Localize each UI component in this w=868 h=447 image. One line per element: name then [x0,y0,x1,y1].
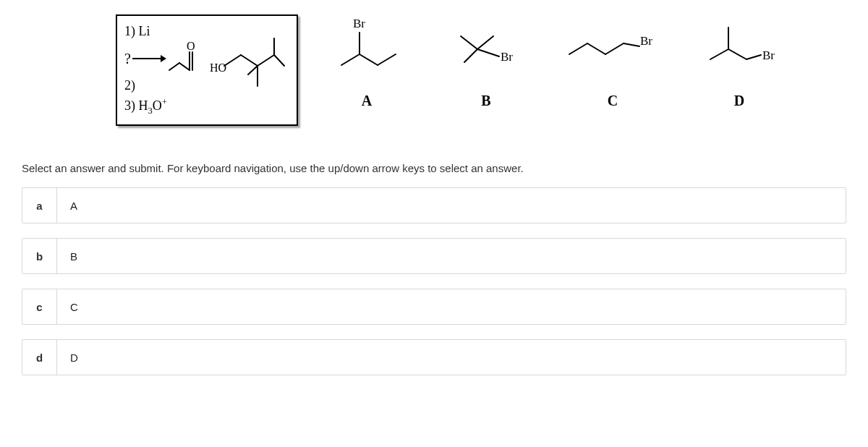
structure-B: Br B [435,14,537,109]
answer-option-a[interactable]: a A [22,187,846,224]
reaction-box: 1) Li ? O [116,14,298,126]
structure-D: Br D [689,14,790,109]
svg-line-13 [341,54,359,65]
structure-C-label: C [608,93,618,109]
structure-A: Br A [320,14,414,109]
structure-C-icon: Br [558,14,667,87]
reaction-arrow-icon [132,58,165,59]
structure-A-icon: Br [320,14,414,87]
answer-option-c[interactable]: c C [22,289,846,325]
propanal-structure-icon: O [166,41,203,76]
svg-line-5 [224,55,241,66]
reaction-steps: 1) Li ? O [124,22,203,117]
answer-list: a A b B c C d D [22,187,846,375]
structure-D-label: D [734,93,744,109]
ho-label: HO [210,61,226,74]
svg-line-29 [728,49,746,59]
question-diagram-row: 1) Li ? O [116,14,846,126]
svg-line-8 [258,55,274,66]
step2-prefix: 2) [124,78,135,93]
unknown-marker: ? [124,48,131,69]
step3-label: 3) H3O+ [124,95,203,117]
svg-line-6 [241,55,258,66]
answer-key: c [22,289,57,324]
svg-line-0 [169,63,179,70]
answer-label: D [57,340,78,375]
structure-A-label: A [362,93,372,109]
answer-label: C [57,289,78,324]
answer-option-b[interactable]: b B [22,238,846,274]
svg-line-30 [746,55,761,59]
structure-B-label: B [481,93,490,109]
svg-line-19 [464,49,477,62]
answer-key: d [22,340,57,375]
svg-line-28 [710,49,728,59]
svg-text:Br: Br [762,48,775,62]
answer-key: b [22,239,57,273]
svg-line-24 [605,43,624,54]
svg-line-18 [477,36,493,49]
svg-text:Br: Br [501,50,513,64]
svg-line-25 [624,43,639,46]
structure-D-icon: Br [689,14,790,87]
svg-text:Br: Br [353,17,365,30]
svg-text:Br: Br [640,34,652,48]
answer-option-d[interactable]: d D [22,339,846,375]
step1-label: 1) Li [124,22,161,41]
svg-line-1 [179,63,190,70]
svg-line-15 [378,54,396,65]
svg-line-10 [248,66,258,74]
answer-label: B [57,239,77,273]
svg-line-20 [477,49,499,56]
structure-B-icon: Br [435,14,537,87]
svg-text:O: O [187,41,195,52]
answer-key: a [22,188,57,223]
svg-line-17 [461,36,477,49]
product-structure-icon: HO [208,30,288,109]
instructions-text: Select an answer and submit. For keyboar… [22,162,846,174]
svg-line-22 [569,43,587,54]
structure-C: Br C [558,14,667,109]
svg-line-14 [359,54,378,65]
svg-line-9 [274,55,284,66]
svg-line-23 [587,43,605,54]
answer-label: A [57,188,77,223]
